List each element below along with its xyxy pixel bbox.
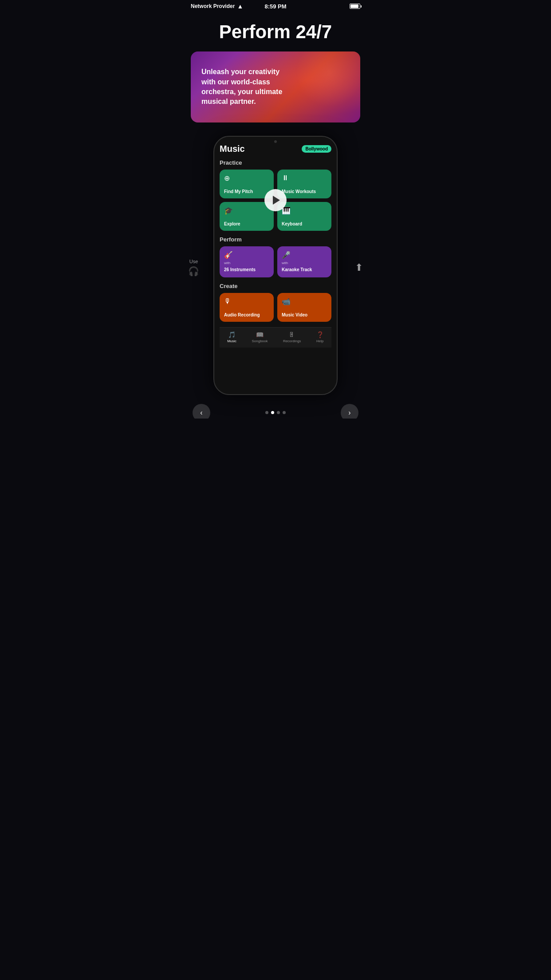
app-title: Perform 24/7 <box>184 12 367 47</box>
practice-grid: ⊕ Find My Pitch ⏸ Music Workouts 🎓 Explo… <box>220 170 331 231</box>
nav-help[interactable]: ❓ Help <box>316 331 324 343</box>
crosshair-icon: ⊕ <box>224 174 269 182</box>
keyboard-card[interactable]: 🎹 Keyboard <box>277 202 331 231</box>
bottom-nav: 🎵 Music 📖 Songbook 🎚 Recordings ❓ Help <box>220 327 331 348</box>
create-section-label: Create <box>220 283 331 289</box>
share-icon[interactable]: ⬆ <box>355 262 363 273</box>
perform-section-label: Perform <box>220 236 331 243</box>
status-right <box>350 4 360 9</box>
phone-header: Music Bollywood <box>220 144 331 154</box>
perform-grid: 🎸 with 26 Instruments 🎤 with Karaoke Tra… <box>220 246 331 277</box>
phone-side-button <box>337 172 338 190</box>
nav-recordings[interactable]: 🎚 Recordings <box>283 331 301 343</box>
audio-recording-card[interactable]: 🎙 Audio Recording <box>220 293 274 322</box>
phone-mockup: Music Bollywood Practice ⊕ Find My Pitch… <box>213 136 338 395</box>
nav-songbook-label: Songbook <box>252 339 268 343</box>
phone-camera <box>274 140 277 143</box>
video-icon: 📹 <box>282 297 327 306</box>
explore-card[interactable]: 🎓 Explore <box>220 202 274 231</box>
audio-icon: 🎙 <box>224 297 269 305</box>
find-my-pitch-label: Find My Pitch <box>224 189 269 194</box>
hero-banner: Unleash your creativity with our world-c… <box>191 51 360 122</box>
karaoke-icon: 🎤 <box>282 251 327 259</box>
status-bar: Network Provider ▲ 8:59 PM <box>184 0 367 12</box>
music-workouts-card[interactable]: ⏸ Music Workouts <box>277 170 331 198</box>
nav-music[interactable]: 🎵 Music <box>227 331 236 343</box>
explore-label: Explore <box>224 221 269 226</box>
audio-recording-label: Audio Recording <box>224 312 269 317</box>
nav-help-label: Help <box>316 339 323 343</box>
create-grid: 🎙 Audio Recording 📹 Music Video <box>220 293 331 322</box>
dot-1[interactable] <box>265 411 268 414</box>
hero-text: Unleash your creativity with our world-c… <box>191 58 301 116</box>
status-time: 8:59 PM <box>264 3 286 10</box>
prev-button[interactable]: ‹ <box>193 404 210 419</box>
keyboard-label: Keyboard <box>282 221 327 226</box>
instruments-card[interactable]: 🎸 with 26 Instruments <box>220 246 274 277</box>
status-left: Network Provider ▲ <box>191 3 243 10</box>
play-triangle-icon <box>273 196 280 205</box>
dot-2[interactable] <box>271 411 274 414</box>
nav-songbook[interactable]: 📖 Songbook <box>252 331 268 343</box>
dot-3[interactable] <box>277 411 280 414</box>
dot-4[interactable] <box>283 411 286 414</box>
music-title: Music <box>220 144 245 154</box>
songbook-nav-icon: 📖 <box>256 331 264 338</box>
karaoke-card[interactable]: 🎤 with Karaoke Track <box>277 246 331 277</box>
instruments-label: 26 Instruments <box>224 267 256 272</box>
music-workouts-label: Music Workouts <box>282 189 327 194</box>
pagination: ‹ › <box>184 404 367 419</box>
bollywood-badge[interactable]: Bollywood <box>302 145 331 153</box>
phone-wrapper: Use 🎧 ⬆ Music Bollywood Practice ⊕ Find … <box>184 131 367 404</box>
music-video-label: Music Video <box>282 312 327 317</box>
help-nav-icon: ❓ <box>316 331 324 338</box>
music-nav-icon: 🎵 <box>228 331 236 338</box>
side-hint-left: Use 🎧 <box>188 259 199 277</box>
music-video-card[interactable]: 📹 Music Video <box>277 293 331 322</box>
hero-description: Unleash your creativity with our world-c… <box>201 67 290 107</box>
karaoke-label: Karaoke Track <box>282 267 312 272</box>
wifi-icon: ▲ <box>237 3 243 10</box>
next-button[interactable]: › <box>341 404 358 419</box>
practice-section-label: Practice <box>220 159 331 166</box>
workout-icon: ⏸ <box>282 174 327 182</box>
nav-recordings-label: Recordings <box>283 339 301 343</box>
network-provider-label: Network Provider <box>191 3 235 9</box>
phone-content: Music Bollywood Practice ⊕ Find My Pitch… <box>214 137 337 394</box>
battery-icon <box>350 4 360 9</box>
play-button[interactable] <box>264 189 287 211</box>
nav-music-label: Music <box>227 339 236 343</box>
headphone-icon: 🎧 <box>188 266 199 277</box>
explore-icon: 🎓 <box>224 206 269 215</box>
karaoke-sublabel: with <box>282 261 327 265</box>
instruments-sublabel: with <box>224 261 269 265</box>
keyboard-icon: 🎹 <box>282 206 327 215</box>
recordings-nav-icon: 🎚 <box>289 331 295 338</box>
instruments-icon: 🎸 <box>224 251 269 259</box>
use-label: Use <box>189 259 198 264</box>
